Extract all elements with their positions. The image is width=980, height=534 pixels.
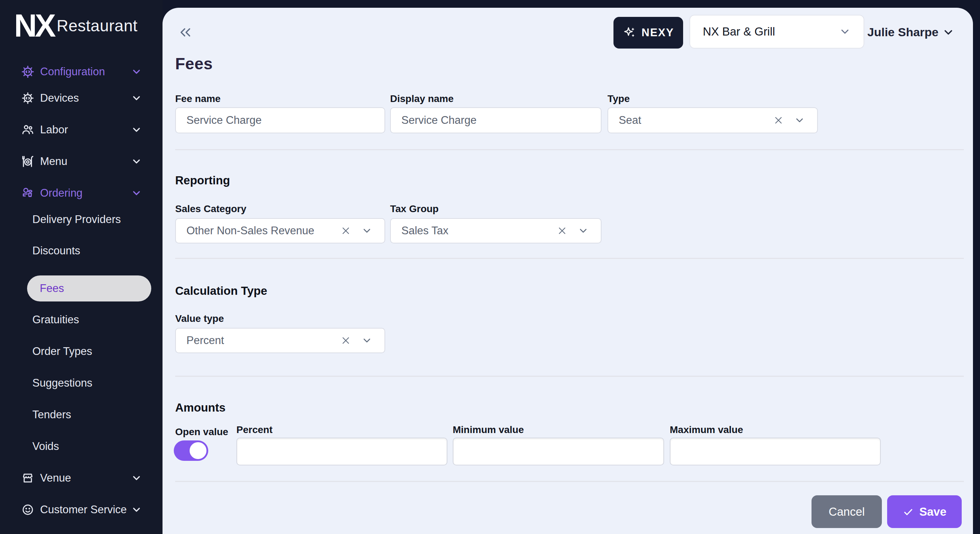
percent-input[interactable] <box>236 438 447 466</box>
sidebar-item-label: Venue <box>40 472 71 485</box>
sidebar-item-label: Tenders <box>32 408 71 421</box>
minimum-value-input[interactable] <box>453 438 664 466</box>
sidebar-item-fees-selected[interactable]: Fees <box>27 275 151 302</box>
minimum-value-label: Minimum value <box>453 424 524 435</box>
check-icon <box>902 506 914 518</box>
sales-category-select[interactable]: Other Non-Sales Revenue <box>175 218 385 243</box>
value-type-label: Value type <box>175 313 224 324</box>
main-panel: NEXY NX Bar & Grill Julie Sharpe Fees Fe… <box>162 8 973 534</box>
chevron-down-icon <box>131 66 142 77</box>
sidebar: NX Restaurant Configuration Devices Labo… <box>0 0 162 534</box>
chevron-down-icon[interactable] <box>361 225 372 237</box>
gear-code-icon <box>21 64 35 79</box>
calculation-type-heading: Calculation Type <box>175 284 267 297</box>
restaurant-icon <box>21 154 35 169</box>
sidebar-item-label: Customer Service <box>40 504 127 516</box>
tax-group-value: Sales Tax <box>401 224 449 237</box>
sidebar-item-delivery-providers[interactable]: Delivery Providers <box>0 208 162 231</box>
sidebar-item-label: Suggestions <box>32 377 92 389</box>
sales-category-label: Sales Category <box>175 203 246 215</box>
sidebar-item-voids[interactable]: Voids <box>0 435 162 458</box>
chevron-down-icon <box>131 156 142 167</box>
sidebar-item-label: Devices <box>40 92 79 105</box>
section-divider <box>175 481 964 482</box>
type-label: Type <box>608 93 630 105</box>
cancel-button[interactable]: Cancel <box>811 495 882 528</box>
smiley-icon <box>21 502 35 517</box>
sidebar-item-tenders[interactable]: Tenders <box>0 404 162 426</box>
fee-name-label: Fee name <box>175 93 221 105</box>
chevron-down-icon[interactable] <box>794 115 805 126</box>
tax-group-select[interactable]: Sales Tax <box>390 218 601 243</box>
open-value-label: Open value <box>175 426 228 438</box>
sidebar-item-label: Configuration <box>40 65 105 78</box>
toggle-knob <box>189 442 207 459</box>
clear-icon[interactable] <box>340 335 352 346</box>
sidebar-item-label: Order Types <box>32 345 92 358</box>
collapse-sidebar-button[interactable] <box>177 24 194 41</box>
sidebar-item-label: Menu <box>40 155 68 168</box>
display-name-input[interactable] <box>390 107 601 134</box>
people-icon <box>21 122 35 137</box>
amounts-heading: Amounts <box>175 401 226 415</box>
sidebar-item-label: Fees <box>40 282 64 295</box>
percent-label: Percent <box>236 424 273 435</box>
sidebar-item-configuration[interactable]: Configuration <box>0 60 162 83</box>
open-value-toggle[interactable] <box>174 440 208 461</box>
sidebar-item-label: Ordering <box>40 187 83 199</box>
chevron-down-icon[interactable] <box>361 335 372 346</box>
sidebar-item-label: Discounts <box>32 245 80 257</box>
sidebar-item-discounts[interactable]: Discounts <box>0 240 162 262</box>
chevron-down-icon <box>131 124 142 135</box>
venue-selector[interactable]: NX Bar & Grill <box>689 15 864 49</box>
maximum-value-input[interactable] <box>670 438 881 466</box>
sidebar-item-label: Voids <box>32 440 59 453</box>
sidebar-item-devices[interactable]: Devices <box>0 87 162 110</box>
chevron-down-icon <box>131 504 142 515</box>
storefront-icon <box>21 471 35 485</box>
page-title: Fees <box>175 54 213 73</box>
reporting-heading: Reporting <box>175 174 230 187</box>
sidebar-item-label: Delivery Providers <box>32 213 121 226</box>
sidebar-item-menu[interactable]: Menu <box>0 150 162 173</box>
sidebar-item-suggestions[interactable]: Suggestions <box>0 372 162 394</box>
logo-nx: NX <box>14 10 54 41</box>
clear-icon[interactable] <box>773 115 784 126</box>
save-button-label: Save <box>919 505 946 518</box>
fee-name-input[interactable] <box>175 107 385 134</box>
value-type-select[interactable]: Percent <box>175 328 385 353</box>
user-menu[interactable]: Julie Sharpe <box>867 25 955 39</box>
sidebar-item-order-types[interactable]: Order Types <box>0 340 162 363</box>
tax-group-label: Tax Group <box>390 203 439 215</box>
value-type-value: Percent <box>186 334 224 347</box>
user-name: Julie Sharpe <box>867 25 939 39</box>
type-select-value: Seat <box>619 114 641 127</box>
clear-icon[interactable] <box>557 225 568 237</box>
clear-icon[interactable] <box>340 225 352 237</box>
sidebar-item-label: Gratuities <box>32 313 79 326</box>
display-name-label: Display name <box>390 93 454 105</box>
sparkles-icon <box>623 26 637 40</box>
sidebar-item-label: Labor <box>40 124 68 136</box>
section-divider <box>175 376 964 377</box>
nexy-button[interactable]: NEXY <box>614 17 683 49</box>
ordering-icon <box>21 186 35 200</box>
chevron-down-icon[interactable] <box>578 225 589 237</box>
cancel-button-label: Cancel <box>829 505 865 518</box>
sidebar-item-ordering[interactable]: Ordering <box>0 182 162 204</box>
sidebar-item-venue[interactable]: Venue <box>0 467 162 490</box>
sidebar-item-labor[interactable]: Labor <box>0 119 162 141</box>
type-select[interactable]: Seat <box>608 107 818 134</box>
section-divider <box>175 258 964 259</box>
chevron-down-icon <box>942 26 955 39</box>
chevron-down-icon <box>131 472 142 484</box>
sidebar-item-customer-service[interactable]: Customer Service <box>0 499 162 521</box>
chevron-down-icon <box>131 92 142 104</box>
sidebar-item-gratuities[interactable]: Gratuities <box>0 308 162 331</box>
save-button[interactable]: Save <box>887 495 962 528</box>
maximum-value-label: Maximum value <box>670 424 743 435</box>
venue-selector-value: NX Bar & Grill <box>703 25 775 38</box>
sales-category-value: Other Non-Sales Revenue <box>186 224 315 237</box>
nexy-label: NEXY <box>642 26 674 39</box>
logo-restaurant: Restaurant <box>57 16 138 35</box>
